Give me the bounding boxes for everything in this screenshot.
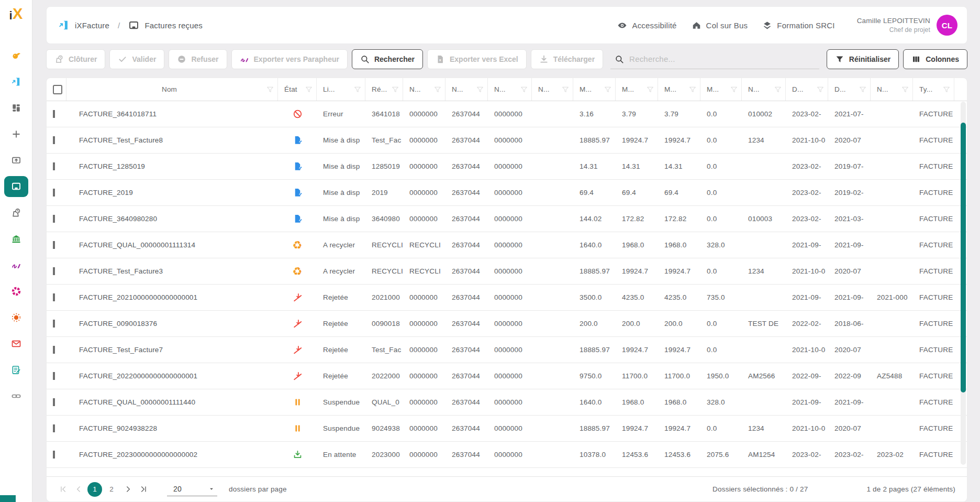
sidebar-item-bag-clock[interactable] [4, 204, 28, 222]
column-header-reference[interactable]: Ré... [365, 78, 403, 101]
sidebar-item-signature[interactable] [4, 256, 28, 274]
table-row[interactable]: FACTURE_20230000000000000002 En attente2… [47, 442, 967, 468]
row-checkbox[interactable] [53, 372, 55, 380]
exporter-excel-button[interactable]: xExporter vers Excel [427, 49, 527, 69]
next-page-button[interactable] [120, 482, 136, 497]
row-checkbox[interactable] [53, 346, 55, 354]
column-header-m2[interactable]: M... [616, 78, 658, 101]
filter-funnel-icon[interactable] [688, 85, 697, 94]
page-2-button[interactable]: 2 [104, 482, 119, 497]
table-row[interactable]: FACTURE_Test_Facture8 Mise à dispTest_Fa… [47, 127, 967, 154]
row-checkbox[interactable] [53, 215, 55, 223]
row-checkbox[interactable] [53, 241, 55, 249]
sidebar-item-doc-pen[interactable] [4, 361, 28, 379]
reinitialiser-button[interactable]: Réinitialiser [827, 49, 899, 69]
prev-page-button[interactable] [71, 482, 86, 497]
column-header-d2[interactable]: D... [828, 78, 871, 101]
topnav-link-eye[interactable]: Accessibilité [617, 20, 676, 30]
table-row[interactable]: FACTURE_QUAL_00000001111314 ♻A recyclerR… [47, 232, 967, 258]
row-checkbox[interactable] [53, 189, 55, 197]
topnav-link-home[interactable]: Col sur Bus [692, 20, 748, 30]
colonnes-button[interactable]: Colonnes [903, 49, 967, 69]
sidebar-item-pinwheel[interactable] [4, 282, 28, 300]
sidebar-item-bird[interactable] [4, 47, 28, 64]
row-checkbox[interactable] [53, 451, 55, 459]
table-row[interactable]: FACTURE_QUAL_00000001111440 SuspendueQUA… [47, 389, 967, 416]
filter-funnel-icon[interactable] [433, 85, 442, 94]
filter-funnel-icon[interactable] [604, 85, 612, 94]
filter-funnel-icon[interactable] [520, 85, 528, 94]
column-header-n5[interactable]: N... [742, 78, 786, 101]
column-header-n2[interactable]: N... [446, 78, 488, 101]
filter-funnel-icon[interactable] [305, 85, 313, 94]
sidebar-item-monitor-tray[interactable] [4, 176, 28, 197]
telecharger-button[interactable]: Télécharger [531, 49, 603, 69]
table-row[interactable]: FACTURE_20220000000000000001 Rejetée2022… [47, 363, 967, 389]
table-row[interactable]: FACTURE_9024938228 Suspendue902493800000… [47, 416, 967, 442]
column-header-m1[interactable]: M... [573, 78, 616, 101]
row-checkbox[interactable] [53, 398, 55, 406]
last-page-button[interactable] [136, 482, 151, 497]
first-page-button[interactable] [55, 482, 71, 497]
filter-funnel-icon[interactable] [730, 85, 738, 94]
vertical-scrollbar-thumb[interactable] [961, 123, 966, 392]
refuser-button[interactable]: Refuser [169, 49, 227, 69]
column-header-n3[interactable]: N... [488, 78, 532, 101]
page-size-select[interactable]: 20 [167, 483, 217, 496]
sidebar-item-dashboard[interactable] [4, 99, 28, 117]
table-row[interactable]: FACTURE_0090018376 Rejetée00900180000000… [47, 311, 967, 337]
row-checkbox[interactable] [53, 110, 55, 118]
sidebar-item-screen-upload[interactable] [4, 151, 28, 169]
filter-funnel-icon[interactable] [353, 85, 362, 94]
table-row[interactable]: FACTURE_20210000000000000001 Rejetée2021… [47, 285, 967, 311]
table-row[interactable]: FACTURE_3641018711 Erreur364101800000002… [47, 101, 967, 127]
column-header-n1[interactable]: N... [403, 78, 446, 101]
row-checkbox[interactable] [53, 320, 55, 328]
column-header-n6[interactable]: N... [871, 78, 913, 101]
table-row[interactable]: FACTURE_2019 Mise à disp2019000000026370… [47, 180, 967, 206]
filter-funnel-icon[interactable] [942, 85, 951, 94]
sidebar-item-plus[interactable] [4, 125, 28, 143]
sidebar-item-link[interactable] [4, 387, 28, 405]
row-checkbox[interactable] [53, 424, 55, 432]
filter-funnel-icon[interactable] [266, 85, 274, 94]
column-header-m3[interactable]: M... [658, 78, 700, 101]
column-header-d1[interactable]: D... [786, 78, 828, 101]
table-row[interactable]: FACTURE_Test_Facture3 ♻A recyclerRECYCLI… [47, 258, 967, 285]
table-row[interactable]: FACTURE_Test_Facture7 RejetéeTest_Fac000… [47, 337, 967, 363]
filter-funnel-icon[interactable] [646, 85, 654, 94]
exporter-parapheur-button[interactable]: Exporter vers Parapheur [231, 49, 348, 69]
select-all-checkbox[interactable] [53, 85, 62, 94]
sidebar-item-envelope[interactable] [4, 335, 28, 353]
sidebar-item-door-export[interactable] [4, 73, 28, 91]
filter-funnel-icon[interactable] [391, 85, 399, 94]
row-checkbox[interactable] [53, 136, 55, 144]
sidebar-item-bank[interactable] [4, 230, 28, 248]
column-header-n4[interactable]: N... [532, 78, 573, 101]
column-header-type[interactable]: Ty... [913, 78, 954, 101]
valider-button[interactable]: Valider [109, 49, 164, 69]
page-1-button[interactable]: 1 [87, 482, 102, 497]
table-row[interactable]: FACTURE_1285019 Mise à disp1285019000000… [47, 154, 967, 180]
row-checkbox[interactable] [53, 162, 55, 170]
topnav-link-layers[interactable]: Formation SRCI [762, 20, 834, 30]
filter-funnel-icon[interactable] [774, 85, 782, 94]
filter-funnel-icon[interactable] [476, 85, 484, 94]
breadcrumb-app-link[interactable]: iXFacture [75, 21, 109, 30]
column-header-libelle[interactable]: Li... [317, 78, 365, 101]
cloturer-button[interactable]: Clôturer [46, 49, 105, 69]
table-row[interactable]: FACTURE_3640980280 Mise à disp3640980000… [47, 206, 967, 232]
column-header-etat[interactable]: État [278, 78, 317, 101]
filter-funnel-icon[interactable] [901, 85, 909, 94]
filter-funnel-icon[interactable] [859, 85, 867, 94]
column-header-m4[interactable]: M... [700, 78, 742, 101]
filter-funnel-icon[interactable] [816, 85, 825, 94]
vertical-scrollbar-track[interactable] [961, 102, 966, 465]
row-checkbox[interactable] [53, 293, 55, 301]
column-header-nom[interactable]: Nom [66, 78, 278, 101]
rechercher-button[interactable]: Rechercher [352, 49, 423, 69]
row-checkbox[interactable] [53, 267, 55, 275]
avatar[interactable]: CL [937, 15, 957, 36]
sidebar-item-sun-dots[interactable] [4, 309, 28, 326]
search-input[interactable] [629, 54, 815, 63]
